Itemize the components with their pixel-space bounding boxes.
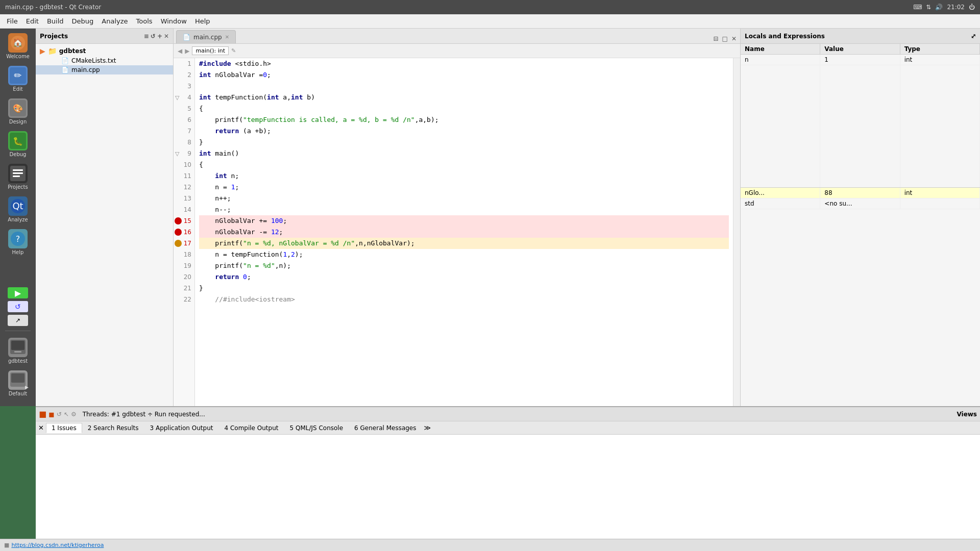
- svg-rect-11: [13, 176, 20, 177]
- function-selector[interactable]: main(): int: [192, 46, 229, 55]
- line-num-14: 14: [174, 204, 194, 215]
- close-panel-icon[interactable]: ✕: [164, 33, 169, 40]
- power-icon: ⏻: [969, 4, 975, 11]
- tab-issues[interactable]: 1 Issues: [46, 423, 82, 433]
- step-out-icon[interactable]: ↖: [64, 411, 69, 418]
- settings-icon[interactable]: ⚙: [71, 411, 77, 418]
- menu-build[interactable]: Build: [43, 16, 68, 27]
- menu-help[interactable]: Help: [191, 16, 214, 27]
- bottom-area: ■ ◼ ↺ ↖ ⚙ Threads: #1 gdbtest ÷ Run requ…: [36, 406, 980, 539]
- filter-icon[interactable]: ≡: [144, 33, 149, 40]
- close-editor-icon[interactable]: ✕: [730, 34, 738, 43]
- menu-tools[interactable]: Tools: [132, 16, 157, 27]
- editor-tabs-right: ⊟ □ ✕: [713, 34, 738, 43]
- menu-window[interactable]: Window: [157, 16, 191, 27]
- stop-icon2[interactable]: ◼: [48, 410, 55, 418]
- line-num-10: 10: [174, 159, 194, 170]
- sidebar-icon-gdbtest[interactable]: gdbtest: [2, 336, 34, 366]
- menu-file[interactable]: File: [3, 16, 22, 27]
- code-content[interactable]: #include <stdio.h> int nGlobalVar =0; in…: [195, 58, 733, 406]
- tab-compile-output[interactable]: 4 Compile Output: [218, 423, 284, 433]
- col-type: Type: [900, 44, 980, 54]
- clock: 21:02: [947, 4, 965, 11]
- sidebar-icon-analyze[interactable]: Qt Analyze: [2, 194, 34, 224]
- line-num-3: 3: [174, 81, 194, 92]
- editor-area: 📄 main.cpp ✕ ⊟ □ ✕ ◀ ▶ main(): int ✎ 1 2…: [174, 29, 740, 406]
- code-line-18: n = tempFunction(1,2);: [199, 249, 729, 260]
- maximize-icon[interactable]: □: [721, 34, 729, 43]
- menu-debug[interactable]: Debug: [68, 16, 98, 27]
- tab-general-messages[interactable]: 6 General Messages: [349, 423, 422, 433]
- views-button[interactable]: Views: [957, 411, 977, 418]
- bottom-content: [36, 435, 980, 539]
- run-button[interactable]: ▶: [8, 287, 28, 298]
- sidebar-label-analyze: Analyze: [8, 217, 28, 222]
- tab-app-output[interactable]: 3 Application Output: [144, 423, 218, 433]
- sidebar-icon-welcome[interactable]: 🏠 Welcome: [2, 31, 34, 61]
- bottom-tabs: ✕ 1 Issues 2 Search Results 3 Applicatio…: [36, 421, 980, 435]
- sidebar-icon-debug[interactable]: 🐛 Debug: [2, 129, 34, 159]
- sidebar-icon-edit[interactable]: ✏ Edit: [2, 64, 34, 94]
- editor-scrollbar[interactable]: [733, 58, 740, 406]
- locals-row-n: n 1 int: [741, 55, 980, 65]
- tree-item-gdbtest[interactable]: ▶ 📁 gdbtest: [36, 46, 173, 56]
- line-num-13: 13: [174, 193, 194, 204]
- line-num-1: 1: [174, 58, 194, 69]
- title-text: main.cpp - gdbtest - Qt Creator: [5, 4, 101, 11]
- sidebar-icon-design[interactable]: 🎨 Design: [2, 96, 34, 127]
- code-line-11: int n;: [199, 170, 729, 182]
- restart-icon[interactable]: ↺: [57, 411, 62, 418]
- editor-body: 1 2 3 ▽4 5 6 7 8 ▽9 10 11 12 13 14: [174, 58, 740, 406]
- titlebar-controls: ⌨ ⇅ 🔊 21:02 ⏻: [913, 4, 975, 11]
- breadcrumb-icon: ◀: [178, 47, 182, 55]
- tab-search-results[interactable]: 2 Search Results: [82, 423, 144, 433]
- line-num-8: 8: [174, 137, 194, 148]
- svg-rect-10: [13, 172, 23, 174]
- debug-indicator: ✎: [231, 47, 236, 54]
- volume-icon: 🔊: [935, 4, 943, 11]
- code-line-19: printf("n = %d",n);: [199, 260, 729, 271]
- close-bottom-icon[interactable]: ✕: [38, 424, 44, 432]
- sync-icon[interactable]: ↺: [151, 33, 156, 40]
- svg-text:🎨: 🎨: [13, 104, 23, 113]
- locals-value-nglo: 88: [820, 188, 900, 198]
- add-icon[interactable]: +: [157, 33, 162, 40]
- line-num-22: 22: [174, 294, 194, 305]
- tree-item-maincpp[interactable]: 📄 main.cpp: [36, 65, 173, 74]
- code-line-5: {: [199, 103, 729, 114]
- locals-expand-icon[interactable]: ⤢: [971, 33, 976, 40]
- sidebar-icon-projects[interactable]: Projects: [2, 162, 34, 192]
- tab-close-button[interactable]: ✕: [225, 34, 229, 40]
- tab-maincpp[interactable]: 📄 main.cpp ✕: [176, 30, 236, 43]
- step-button[interactable]: ↺: [8, 301, 28, 312]
- status-bar-indicator: ■: [4, 542, 9, 548]
- line-num-9: ▽9: [174, 148, 194, 159]
- more-tabs-icon[interactable]: ≫: [424, 424, 431, 432]
- code-line-15: nGlobalVar += 100;: [199, 215, 729, 227]
- line-num-16: 16: [174, 227, 194, 238]
- tree-item-cmake[interactable]: 📄 CMakeLists.txt: [36, 56, 173, 65]
- split-icon[interactable]: ⊟: [713, 34, 720, 43]
- menu-edit[interactable]: Edit: [22, 16, 43, 27]
- tab-qml-console[interactable]: 5 QML/JS Console: [284, 423, 349, 433]
- svg-rect-17: [11, 341, 24, 350]
- editor-tabs: 📄 main.cpp ✕ ⊟ □ ✕: [174, 29, 740, 44]
- tab-filename: main.cpp: [193, 34, 222, 41]
- code-line-1: #include <stdio.h>: [199, 58, 729, 69]
- sidebar-icon-default[interactable]: ▶ Default: [2, 368, 34, 398]
- run-status-text: Run requested...: [155, 411, 205, 418]
- step-over-button[interactable]: ↗: [8, 315, 28, 326]
- bottom-toolbar: ■ ◼ ↺ ↖ ⚙ Threads: #1 gdbtest ÷ Run requ…: [36, 407, 980, 421]
- breadcrumb-arrow: ▶: [185, 47, 189, 55]
- empty-type: [900, 65, 980, 187]
- thread-status: Threads: #1 gdbtest ÷ Run requested...: [83, 411, 205, 418]
- menu-analyze[interactable]: Analyze: [97, 16, 132, 27]
- thread-text: Threads: #1 gdbtest: [83, 411, 145, 418]
- stop-button[interactable]: ■: [39, 409, 46, 419]
- line-num-7: 7: [174, 126, 194, 137]
- status-url[interactable]: https://blog.csdn.net/ktigerheroa: [11, 542, 104, 548]
- svg-text:✏: ✏: [14, 70, 21, 81]
- locals-row-std: std <no su...: [741, 198, 980, 209]
- sidebar-icon-help[interactable]: ? Help: [2, 227, 34, 257]
- code-line-9: int main(): [199, 148, 729, 159]
